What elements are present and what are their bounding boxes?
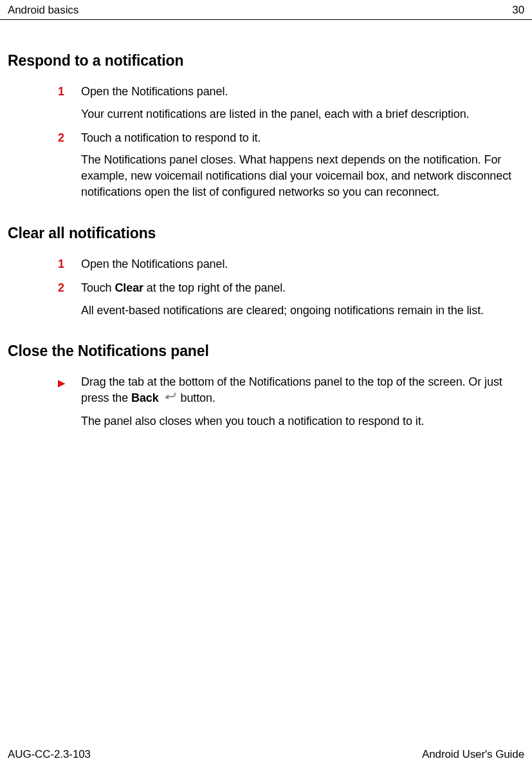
step-list: 1 Open the Notifications panel. 2 Touch … — [8, 256, 524, 318]
page-number: 30 — [512, 4, 524, 17]
doc-id: AUG-CC-2.3-103 — [8, 748, 91, 761]
text-bold: Clear — [115, 281, 143, 294]
step-item: ▶ Drag the tab at the bottom of the Noti… — [81, 374, 524, 429]
step-number: 1 — [58, 258, 81, 271]
step-text: Open the Notifications panel. — [81, 84, 228, 100]
step-description: Your current notifications are listed in… — [81, 106, 524, 122]
text-post: button. — [178, 391, 216, 404]
step-description: The panel also closes when you touch a n… — [81, 413, 524, 429]
step-item: 1 Open the Notifications panel. Your cur… — [81, 84, 524, 122]
step-number: 1 — [58, 85, 81, 99]
chapter-title: Android basics — [8, 4, 78, 17]
step-text: Touch a notification to respond to it. — [81, 130, 261, 146]
step-description: All event-based notifications are cleare… — [81, 303, 524, 319]
text-bold: Back — [131, 391, 159, 404]
step-text: Open the Notifications panel. — [81, 256, 228, 272]
section-heading: Respond to a notification — [8, 52, 524, 70]
page-content: Respond to a notification 1 Open the Not… — [0, 20, 532, 429]
step-item: 2 Touch Clear at the top right of the pa… — [81, 280, 524, 319]
step-list: 1 Open the Notifications panel. Your cur… — [8, 84, 524, 200]
step-item: 2 Touch a notification to respond to it.… — [81, 130, 524, 200]
step-item: 1 Open the Notifications panel. — [81, 256, 524, 272]
page-footer: AUG-CC-2.3-103 Android User's Guide — [8, 748, 524, 761]
step-number: 2 — [58, 131, 81, 145]
step-list: ▶ Drag the tab at the bottom of the Noti… — [8, 374, 524, 429]
bullet-icon: ▶ — [58, 377, 81, 389]
step-text: Drag the tab at the bottom of the Notifi… — [81, 374, 524, 406]
section-heading: Close the Notifications panel — [8, 343, 524, 360]
page-header: Android basics 30 — [0, 0, 532, 20]
text-post: at the top right of the panel. — [143, 281, 286, 294]
step-text: Touch Clear at the top right of the pane… — [81, 280, 286, 296]
guide-name: Android User's Guide — [422, 748, 524, 761]
step-number: 2 — [58, 281, 81, 295]
step-description: The Notifications panel closes. What hap… — [81, 152, 524, 200]
section-heading: Clear all notifications — [8, 225, 524, 242]
text-pre: Touch — [81, 281, 115, 294]
back-icon — [163, 390, 176, 406]
